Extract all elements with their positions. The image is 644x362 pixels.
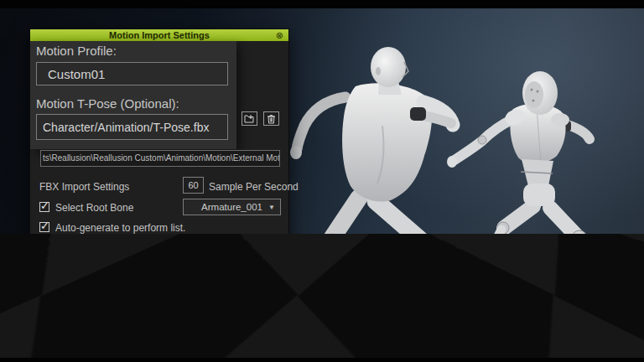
sample-rate-input[interactable]: [183, 177, 204, 194]
sample-per-second-label: Sample Per Second: [209, 181, 299, 193]
app-window: Motion Import Settings ⊗ Motion Profile:…: [0, 0, 644, 362]
import-tpose-button[interactable]: [242, 111, 257, 126]
robot-figure[interactable]: [447, 71, 589, 299]
dialog-title: Motion Import Settings: [109, 29, 210, 41]
auto-generate-label: Auto-generate to perform list.: [55, 222, 185, 234]
letterbox-top: [0, 0, 644, 8]
close-icon[interactable]: ⊗: [276, 29, 283, 41]
root-bone-value: Armature_001: [201, 202, 262, 212]
export-path-input[interactable]: ts\Reallusion\Reallusion Custom\Animatio…: [40, 150, 280, 167]
convert-all-button[interactable]: Convert All: [39, 238, 157, 256]
male-shadow: [292, 298, 439, 317]
select-root-bone-label: Select Root Bone: [55, 202, 133, 214]
motion-tpose-label: Motion T-Pose (Optional):: [36, 96, 179, 111]
letterbox-bottom: [0, 358, 644, 362]
cancel-button[interactable]: Cancel: [163, 238, 282, 256]
delete-tpose-button[interactable]: [263, 111, 279, 126]
dialog-titlebar[interactable]: Motion Import Settings ⊗: [30, 29, 288, 41]
male-figure[interactable]: [290, 47, 453, 308]
motion-profile-label: Motion Profile:: [36, 44, 117, 58]
folder-import-icon: [244, 114, 255, 124]
trash-icon: [267, 114, 276, 124]
chevron-down-icon: ▼: [268, 199, 275, 216]
motion-tpose-input[interactable]: [36, 114, 228, 140]
motion-profile-input[interactable]: [36, 62, 228, 85]
fbx-import-settings-label: FBX Import Settings: [39, 181, 129, 193]
checkmark-icon: ✓: [40, 220, 49, 232]
checkmark-icon: ✓: [40, 199, 49, 212]
motion-import-settings-dialog: Motion Import Settings ⊗ Motion Profile:…: [29, 28, 289, 263]
auto-generate-checkbox[interactable]: ✓: [39, 222, 49, 232]
select-root-bone-checkbox[interactable]: ✓: [39, 202, 49, 212]
root-bone-dropdown[interactable]: Armature_001 ▼: [183, 199, 281, 215]
motion-profile-panel: Motion Profile: Motion T-Pose (Optional)…: [30, 41, 236, 149]
